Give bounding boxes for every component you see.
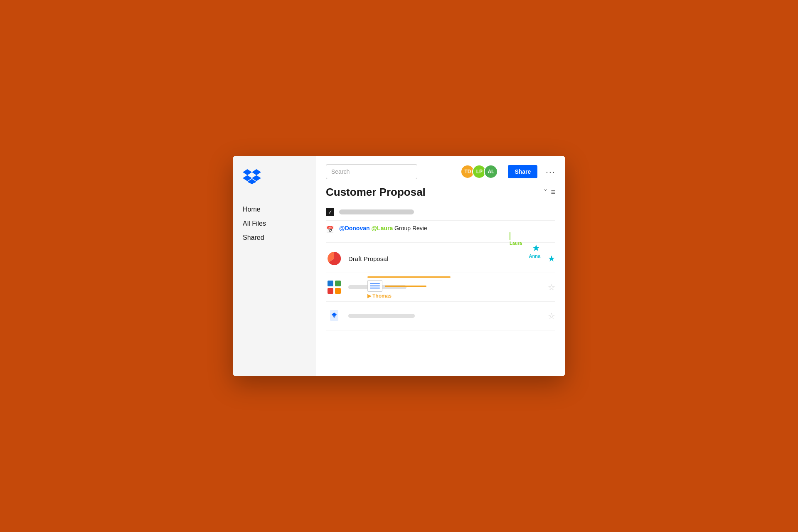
mention-laura[interactable]: @Laura	[371, 225, 393, 232]
content-area: ✓ 📅 @Donovan @Laura Group Revie Laura	[316, 204, 565, 376]
thomas-doc-line-3	[370, 288, 380, 288]
header-bar: TD LP AL Share ···	[316, 156, 565, 184]
file-icon-dropbox-wrap	[326, 308, 342, 324]
anna-cursor: ★ Anna	[529, 243, 541, 259]
file-row-second: ▶ Thomas ☆	[326, 273, 555, 302]
file-row-third: ☆	[326, 302, 555, 330]
cursor-line	[510, 232, 510, 240]
file-list: Draft Proposal ★ Anna ★	[326, 244, 555, 330]
doc-title-area: Customer Proposal ˅ ≡	[316, 184, 565, 204]
calendar-row: 📅 @Donovan @Laura Group Revie Laura	[326, 221, 555, 243]
calendar-text: @Donovan @Laura Group Revie	[339, 225, 427, 232]
file-row-draft-proposal: Draft Proposal ★ Anna ★	[326, 244, 555, 273]
laura-cursor: Laura	[510, 232, 522, 246]
thomas-bar-2	[385, 286, 426, 287]
thomas-cursor-name: Thomas	[372, 293, 392, 299]
thomas-doc-icon	[367, 280, 382, 292]
file-icon-pie-wrap	[326, 250, 342, 267]
main-content: TD LP AL Share ··· Customer Proposal ˅ ≡	[316, 156, 565, 376]
thomas-doc-line-1	[370, 283, 380, 284]
logo-area	[243, 169, 306, 186]
anna-star-icon: ★	[532, 243, 540, 254]
thomas-doc-line-2	[370, 286, 380, 286]
task-text-placeholder	[339, 209, 414, 214]
menu-icon[interactable]: ≡	[551, 188, 555, 197]
document-title: Customer Proposal	[326, 186, 544, 199]
pie-chart-icon	[327, 251, 342, 266]
task-row: ✓	[326, 204, 555, 221]
file-bar-placeholder-3	[348, 314, 415, 318]
file-name-draft-proposal: Draft Proposal	[348, 255, 542, 262]
avatar-group: TD LP AL	[461, 165, 498, 179]
share-button[interactable]: Share	[508, 165, 537, 178]
thomas-name-label: ▶ Thomas	[367, 293, 451, 299]
draft-proposal-info: Draft Proposal	[348, 255, 542, 262]
star-button-third-file[interactable]: ☆	[548, 311, 555, 321]
chevron-icon[interactable]: ˅	[544, 188, 547, 197]
checkmark-icon: ✓	[328, 209, 332, 215]
more-options-button[interactable]: ···	[546, 167, 555, 177]
sidebar-item-shared[interactable]: Shared	[243, 231, 306, 245]
svg-rect-1	[328, 281, 333, 286]
search-input[interactable]	[326, 164, 417, 179]
svg-rect-2	[335, 281, 341, 286]
avatar-al: AL	[484, 165, 498, 179]
sidebar-item-home[interactable]: Home	[243, 202, 306, 217]
star-button-second-file[interactable]: ☆	[548, 282, 555, 292]
sidebar-item-all-files[interactable]: All Files	[243, 217, 306, 231]
svg-rect-4	[335, 288, 341, 294]
sidebar-nav: Home All Files Shared	[243, 202, 306, 245]
grid-icon	[327, 280, 342, 295]
sidebar: Home All Files Shared	[233, 156, 316, 376]
thomas-cursor-arrow-icon: ▶	[367, 293, 372, 299]
dropbox-paper-icon	[327, 308, 342, 323]
dropbox-logo	[243, 169, 261, 184]
anna-cursor-label: Anna	[529, 254, 541, 259]
mention-donovan[interactable]: @Donovan	[339, 225, 370, 232]
third-file-info	[348, 314, 542, 318]
svg-rect-3	[328, 288, 333, 294]
calendar-icon: 📅	[326, 226, 334, 234]
app-window: Home All Files Shared TD LP AL	[233, 156, 565, 376]
file-icon-grid-wrap	[326, 279, 342, 296]
title-controls: ˅ ≡	[544, 188, 555, 197]
thomas-bar-1	[367, 276, 451, 278]
thomas-cursor-overlay: ▶ Thomas	[367, 276, 451, 299]
star-button-draft-proposal[interactable]: ★	[548, 254, 555, 264]
checkbox[interactable]: ✓	[326, 208, 334, 216]
